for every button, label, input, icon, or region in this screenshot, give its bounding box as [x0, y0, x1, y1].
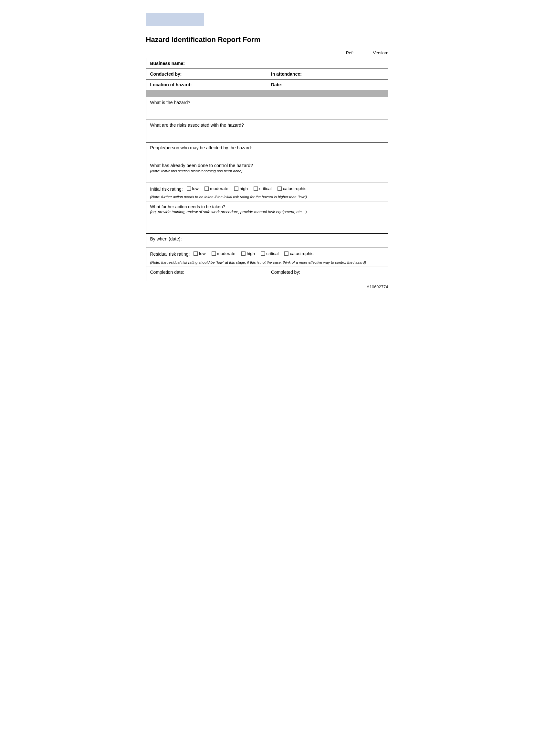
residual-risk-options: low moderate high critical catastrophic — [193, 251, 313, 256]
conducted-by-label: Conducted by: — [150, 71, 182, 77]
residual-risk-critical[interactable]: critical — [261, 251, 278, 256]
logo-placeholder — [146, 13, 204, 26]
residual-label-low: low — [199, 251, 205, 256]
risk-low[interactable]: low — [187, 186, 199, 191]
document-id: A10692774 — [146, 284, 388, 289]
residual-risk-high[interactable]: high — [241, 251, 255, 256]
residual-checkbox-high[interactable] — [241, 252, 245, 256]
risk-critical[interactable]: critical — [254, 186, 271, 191]
by-when-label: By when (date): — [150, 236, 182, 241]
residual-note: (Note: the residual risk rating should b… — [150, 260, 366, 264]
label-moderate: moderate — [210, 186, 228, 191]
residual-checkbox-catastrophic[interactable] — [284, 252, 289, 256]
residual-label-catastrophic: catastrophic — [290, 251, 313, 256]
checkbox-low[interactable] — [187, 186, 191, 191]
checkbox-critical[interactable] — [254, 186, 258, 191]
what-done-label: What has already been done to control th… — [150, 163, 253, 168]
ref-label: Ref: — [346, 50, 354, 55]
checkbox-high[interactable] — [234, 186, 239, 191]
checkbox-moderate[interactable] — [205, 186, 209, 191]
conducted-by-cell: Conducted by: — [146, 69, 267, 79]
people-affected-cell: People/person who may be affected by the… — [146, 143, 388, 160]
residual-risk-low[interactable]: low — [193, 251, 205, 256]
residual-risk-catastrophic[interactable]: catastrophic — [284, 251, 313, 256]
residual-label-moderate: moderate — [217, 251, 236, 256]
date-cell: Date: — [267, 79, 388, 90]
checkbox-catastrophic[interactable] — [277, 186, 282, 191]
residual-risk-cell: Residual risk rating: low moderate high … — [146, 248, 388, 258]
hazard-question-label: What is the hazard? — [150, 100, 191, 105]
risk-moderate[interactable]: moderate — [205, 186, 228, 191]
initial-risk-cell: Initial risk rating: low moderate high c… — [146, 183, 388, 193]
completion-date-label: Completion date: — [150, 270, 185, 275]
residual-label-critical: critical — [266, 251, 278, 256]
residual-checkbox-critical[interactable] — [261, 252, 265, 256]
residual-note-cell: (Note: the residual risk rating should b… — [146, 258, 388, 267]
initial-risk-options: low moderate high critical catastrophic — [187, 186, 307, 191]
what-done-note: (Note: leave this section blank if nothi… — [150, 169, 242, 173]
section-divider — [146, 90, 388, 97]
residual-checkbox-low[interactable] — [193, 252, 198, 256]
initial-risk-note: (Note: further action needs to be taken … — [150, 195, 307, 199]
in-attendance-cell: In attendance: — [267, 69, 388, 79]
in-attendance-label: In attendance: — [271, 71, 302, 77]
people-affected-label: People/person who may be affected by the… — [150, 145, 252, 150]
business-name-cell: Business name: — [146, 58, 388, 69]
initial-risk-label: Initial risk rating: — [150, 186, 183, 192]
label-low: low — [192, 186, 199, 191]
date-label: Date: — [271, 82, 282, 87]
label-catastrophic: catastrophic — [283, 186, 307, 191]
residual-label-high: high — [247, 251, 255, 256]
label-critical: critical — [259, 186, 271, 191]
risks-question-label: What are the risks associated with the h… — [150, 122, 244, 128]
label-high: high — [240, 186, 248, 191]
business-name-label: Business name: — [150, 61, 185, 66]
page-title: Hazard Identification Report Form — [146, 36, 388, 44]
what-done-cell: What has already been done to control th… — [146, 160, 388, 183]
completed-by-label: Completed by: — [271, 270, 300, 275]
location-label: Location of hazard: — [150, 82, 192, 87]
risk-catastrophic[interactable]: catastrophic — [277, 186, 307, 191]
completion-date-cell: Completion date: — [146, 267, 267, 281]
completed-by-cell: Completed by: — [267, 267, 388, 281]
further-action-sub: (eg. provide training, review of safe wo… — [150, 210, 307, 214]
further-action-cell: What further action needs to be taken? (… — [146, 202, 388, 234]
initial-risk-note-cell: (Note: further action needs to be taken … — [146, 193, 388, 202]
risk-high[interactable]: high — [234, 186, 248, 191]
risks-question-cell: What are the risks associated with the h… — [146, 120, 388, 143]
residual-checkbox-moderate[interactable] — [212, 252, 216, 256]
further-action-label: What further action needs to be taken? — [150, 204, 225, 209]
residual-risk-label: Residual risk rating: — [150, 252, 190, 256]
residual-risk-moderate[interactable]: moderate — [212, 251, 236, 256]
hazard-question-cell: What is the hazard? — [146, 97, 388, 120]
by-when-cell: By when (date): — [146, 234, 388, 248]
location-cell: Location of hazard: — [146, 79, 267, 90]
version-label: Version: — [373, 50, 388, 55]
